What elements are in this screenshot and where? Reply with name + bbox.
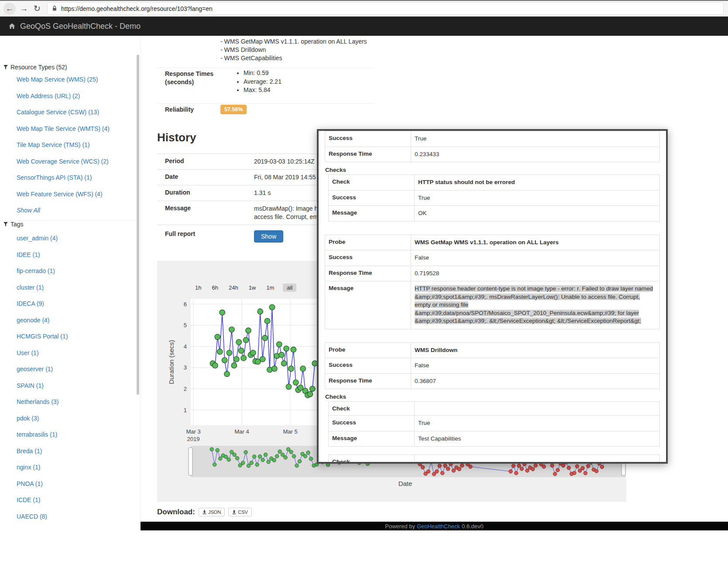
reliability-label: Reliability	[165, 106, 194, 113]
browser-forward-button[interactable]: →	[17, 4, 31, 14]
sidebar-item-tag[interactable]: cluster (1)	[0, 280, 135, 296]
table-row: Check	[329, 402, 659, 416]
svg-text:Mar 4: Mar 4	[234, 428, 249, 435]
filter-icon	[3, 65, 8, 69]
sidebar: Resource Types (52) Web Map Service (WMS…	[0, 36, 141, 530]
show-report-button[interactable]: Show	[254, 230, 283, 243]
range-button-24h[interactable]: 24h	[227, 284, 240, 292]
row-value: True	[415, 191, 659, 206]
table-row: MessageOK	[329, 206, 659, 222]
screen: ← → ↻ https://demo.geohealthcheck.org/re…	[0, 0, 728, 564]
svg-text:4: 4	[184, 343, 187, 350]
response-times-list: Min: 0.59 Average: 2.21 Max: 5.84	[237, 69, 282, 95]
chart-y-axis-title: Duration (secs)	[168, 340, 175, 384]
sidebar-item-tag[interactable]: Netherlands (3)	[0, 394, 135, 410]
sidebar-item-resource-type[interactable]: Web Map Service (WMS) (25)	[0, 72, 135, 88]
geohealthcheck-link[interactable]: GeoHealthCheck	[417, 523, 460, 530]
url-text: https://demo.geohealthcheck.org/resource…	[61, 5, 213, 12]
sidebar-item-tag[interactable]: PNOA (1)	[0, 476, 135, 492]
response-time-min: Min: 0.59	[244, 69, 282, 78]
sidebar-item-resource-type[interactable]: Web Address (URL) (2)	[0, 88, 135, 105]
tags-list: user_admin (4)IDEE (1)fip-cerrado (1)clu…	[0, 230, 135, 525]
download-json-button[interactable]: JSON	[199, 508, 225, 516]
modal-table: ProbeWMS GetMap WMS v1.1.1. operation on…	[325, 235, 660, 329]
range-button-1h[interactable]: 1h	[193, 284, 203, 292]
sidebar-item-tag[interactable]: pdok (3)	[0, 410, 135, 427]
home-icon[interactable]	[8, 23, 16, 30]
modal-table: CheckSuccessTrueMessageTest Capabilities	[328, 401, 660, 447]
tags-header: Tags	[3, 221, 24, 228]
sidebar-item-resource-type[interactable]: SensorThings API (STA) (1)	[0, 170, 135, 186]
row-label: Success	[329, 191, 415, 206]
range-button-6h[interactable]: 6h	[210, 284, 220, 292]
sidebar-show-all-link[interactable]: Show All	[0, 202, 135, 219]
probe-report-modal: SuccessTrueResponse Time0.233433ChecksCh…	[317, 129, 668, 464]
download-icon	[232, 510, 236, 514]
modal-table: SuccessTrueResponse Time0.233433	[325, 131, 660, 162]
browser-back-button[interactable]: ←	[3, 3, 16, 15]
sidebar-item-tag[interactable]: IDECA (9)	[0, 296, 135, 312]
app-navbar: GeoQoS GeoHealthCheck - Demo	[0, 17, 728, 36]
sidebar-item-tag[interactable]: User (1)	[0, 345, 135, 362]
row-label: Check	[329, 175, 415, 190]
row-label: Response Time	[325, 266, 411, 281]
sidebar-item-resource-type[interactable]: Web Coverage Service (WCS) (2)	[0, 154, 135, 170]
address-bar[interactable]: https://demo.geohealthcheck.org/resource…	[47, 2, 724, 15]
table-row: Response Time0.36807	[325, 374, 659, 390]
row-value: Test Capabilities	[415, 431, 659, 447]
svg-text:Mar 3: Mar 3	[186, 428, 200, 435]
sidebar-item-tag[interactable]: fip-cerrado (1)	[0, 263, 135, 280]
divider	[157, 68, 374, 68]
sidebar-item-tag[interactable]: geoserver (1)	[0, 361, 135, 378]
resource-types-header: Resource Types (52)	[3, 64, 67, 71]
row-value: 0.719528	[411, 266, 659, 281]
download-row: Download: JSON CSV	[157, 506, 252, 518]
reliability-badge: 57.56%	[220, 105, 247, 114]
sidebar-item-tag[interactable]: nginx (1)	[0, 459, 135, 476]
row-value: False	[411, 250, 659, 266]
sidebar-item-resource-type[interactable]: Web Feature Service (WFS) (4)	[0, 186, 135, 203]
response-time-average: Average: 2.21	[244, 78, 282, 86]
chart-range-buttons: 1h6h24h1w1mall	[193, 284, 296, 292]
navbar-brand[interactable]: GeoQoS GeoHealthCheck - Demo	[20, 22, 141, 31]
table-row: SuccessTrue	[325, 131, 659, 147]
sidebar-item-tag[interactable]: SPAIN (1)	[0, 378, 135, 394]
sidebar-item-tag[interactable]: Breda (1)	[0, 443, 135, 460]
sidebar-item-resource-type[interactable]: Catalogue Service (CSW) (13)	[0, 104, 135, 121]
sidebar-item-resource-type[interactable]: Tile Map Service (TMS) (1)	[0, 137, 135, 154]
row-value: False	[411, 358, 659, 373]
sidebar-item-tag[interactable]: terrabrasilis (1)	[0, 427, 135, 443]
row-label: Response Time	[325, 374, 411, 389]
table-row: Check	[329, 455, 659, 464]
modal-table: CheckHTTP status should not be erroredSu…	[328, 174, 660, 222]
modal-table: CheckSuccessFalseMessagemsDrawMap(): Ima…	[328, 455, 660, 464]
sidebar-item-resource-type[interactable]: Web Map Tile Service (WMTS) (4)	[0, 121, 135, 137]
table-row: Response Time0.719528	[325, 266, 659, 282]
row-label: Success	[325, 358, 411, 373]
row-value: WMS GetMap WMS v1.1.1. operation on ALL …	[411, 235, 659, 250]
range-button-1w[interactable]: 1w	[247, 284, 258, 292]
lock-icon	[52, 5, 57, 12]
table-row: SuccessTrue	[329, 191, 659, 206]
sidebar-item-tag[interactable]: user_admin (4)	[0, 230, 135, 247]
row-label: Message	[329, 206, 415, 221]
row-value: 0.36807	[411, 374, 659, 389]
back-icon: ←	[3, 4, 16, 14]
sidebar-item-tag[interactable]: IDEE (1)	[0, 247, 135, 263]
sidebar-item-tag[interactable]: UAECD (8)	[0, 509, 135, 525]
download-csv-button[interactable]: CSV	[228, 508, 252, 516]
row-label: Success	[325, 131, 411, 147]
sidebar-item-tag[interactable]: ICDE (1)	[0, 492, 135, 509]
table-row: ProbeWMS GetMap WMS v1.1.1. operation on…	[325, 235, 659, 251]
table-row: MessageTest Capabilities	[329, 431, 659, 447]
range-button-all[interactable]: all	[283, 284, 296, 292]
range-slider-handle-left[interactable]	[189, 448, 192, 475]
sidebar-item-tag[interactable]: HCMGIS Portal (1)	[0, 328, 135, 345]
table-row: ProbeWMS Drilldown	[325, 343, 659, 359]
browser-reload-button[interactable]: ↻	[31, 3, 44, 14]
sidebar-scrollbar[interactable]	[137, 55, 139, 395]
range-button-1m[interactable]: 1m	[264, 284, 276, 292]
row-value: OK	[415, 206, 659, 221]
sidebar-item-tag[interactable]: geonode (4)	[0, 312, 135, 329]
row-value: HTTP response header content-type is not…	[411, 281, 659, 329]
